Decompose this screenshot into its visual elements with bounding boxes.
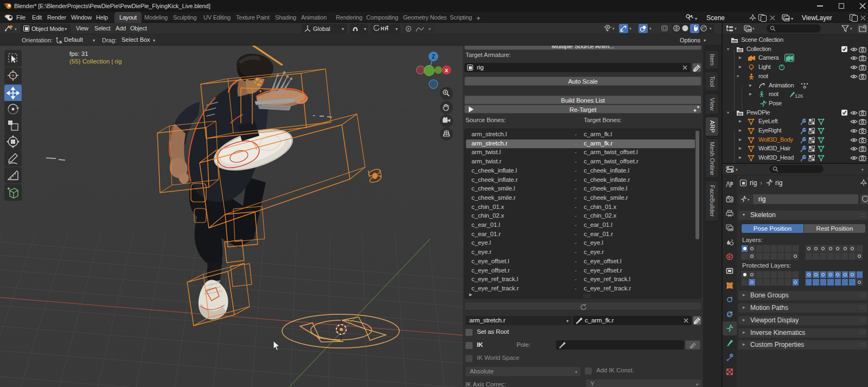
svg-text:Z: Z: [432, 54, 435, 60]
svg-text:X: X: [445, 68, 448, 73]
